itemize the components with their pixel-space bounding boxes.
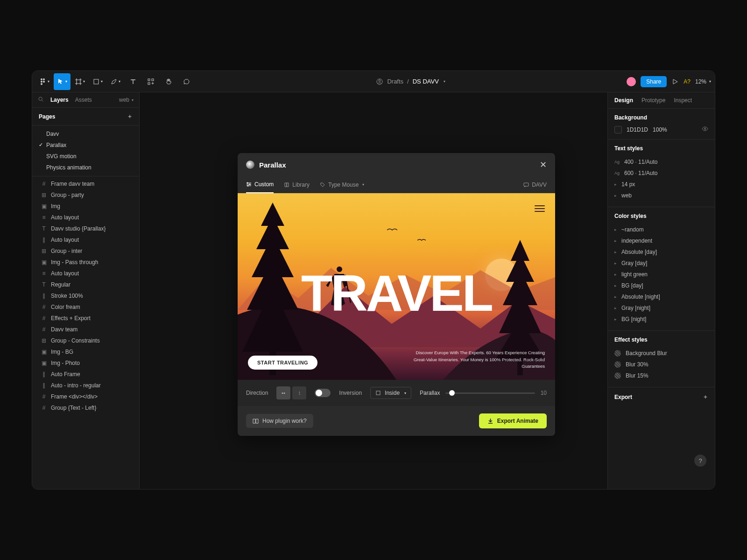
layer-item[interactable]: ≡Auto layout (32, 268, 139, 279)
tab-assets[interactable]: Assets (75, 97, 92, 103)
layer-item[interactable]: ⊞Group - party (32, 189, 139, 201)
present-button[interactable] (671, 73, 679, 90)
layer-item[interactable]: ∥Auto Frame (32, 369, 139, 380)
comment-tool-button[interactable] (178, 73, 195, 90)
tab-design[interactable]: Design (614, 97, 633, 104)
parallax-slider[interactable] (445, 392, 535, 394)
layer-item[interactable]: ⊞Group - inter (32, 245, 139, 257)
color-style-item[interactable]: ▸Absolute [night] (614, 291, 708, 302)
figma-logo-icon (39, 78, 47, 85)
chevron-down-icon: ▾ (709, 79, 711, 84)
layer-type-icon: ∥ (41, 293, 47, 299)
layer-item[interactable]: #Frame <div></div> (32, 391, 139, 402)
close-button[interactable]: ✕ (540, 160, 547, 170)
chevron-right-icon: ▸ (614, 182, 617, 187)
color-style-item[interactable]: ▸~random (614, 224, 708, 235)
search-icon[interactable] (38, 96, 44, 104)
page-item[interactable]: SVG motion (32, 151, 139, 162)
layer-item[interactable]: TDavv studio {Parallax} (32, 223, 139, 234)
sliders-icon (246, 182, 252, 187)
tab-custom[interactable]: Custom (246, 176, 274, 193)
hand-tool-button[interactable] (160, 73, 177, 90)
add-export-button[interactable]: ＋ (703, 393, 708, 401)
direction-vertical-button[interactable]: ↕ (292, 386, 306, 399)
page-selector[interactable]: web▾ (119, 97, 134, 103)
text-style-item[interactable]: ▸web (614, 190, 708, 201)
layer-item[interactable]: ≡Auto layout (32, 212, 139, 223)
tab-inspect[interactable]: Inspect (674, 97, 692, 104)
hamburger-menu-button[interactable] (535, 205, 545, 212)
tab-type[interactable]: Type Mouse ▾ (320, 177, 364, 193)
color-swatch[interactable] (614, 126, 622, 133)
layer-type-icon: ▣ (41, 360, 47, 366)
tab-library[interactable]: Library (284, 177, 310, 193)
effect-style-item[interactable]: Background Blur (614, 348, 708, 359)
text-style-item[interactable]: Ag600 · 11/Auto (614, 168, 708, 179)
layer-item[interactable]: ▣Img - Photo (32, 357, 139, 369)
clip-select[interactable]: Inside ▾ (370, 387, 411, 399)
text-style-item[interactable]: ▸14 px (614, 179, 708, 190)
text-tool-button[interactable] (125, 73, 141, 90)
visibility-toggle[interactable] (702, 126, 708, 133)
layer-item[interactable]: ∥Stroke 100% (32, 290, 139, 301)
page-item[interactable]: Physics animation (32, 162, 139, 173)
bg-hex-value[interactable]: 1D1D1D (627, 126, 648, 133)
layer-label: Davv studio {Parallax} (51, 225, 106, 232)
layer-item[interactable]: #Group {Text - Left} (32, 402, 139, 413)
layer-item[interactable]: ▣Img (32, 201, 139, 212)
zoom-control[interactable]: 12% ▾ (695, 78, 711, 85)
layer-item[interactable]: ∥Auto layout (32, 234, 139, 245)
layer-item[interactable]: ∥Auto - intro - regular (32, 380, 139, 391)
slider-thumb[interactable] (449, 390, 455, 396)
color-style-item[interactable]: ▸Absolute [day] (614, 246, 708, 258)
figma-menu-button[interactable]: ▾ (36, 73, 53, 90)
svg-rect-5 (94, 79, 99, 84)
layer-item[interactable]: TRegular (32, 279, 139, 290)
effect-style-item[interactable]: Blur 15% (614, 370, 708, 381)
effect-style-item[interactable]: Blur 30% (614, 359, 708, 370)
canvas[interactable]: Parallax ✕ Custom Library Type (140, 92, 607, 489)
breadcrumb[interactable]: Drafts / DS DAVV ▾ (195, 78, 627, 85)
help-fab[interactable]: ? (694, 455, 706, 467)
layer-item[interactable]: #Effects + Export (32, 313, 139, 324)
export-section: Export ＋ (608, 387, 715, 406)
layer-label: Img (51, 203, 60, 210)
cta-button[interactable]: START TRAVELING (248, 356, 317, 370)
frame-tool-button[interactable]: ▾ (71, 73, 88, 90)
missing-fonts-indicator[interactable]: A? (684, 78, 691, 85)
layer-item[interactable]: #Frame davv team (32, 178, 139, 189)
user-avatar[interactable] (627, 77, 636, 86)
layer-item[interactable]: #Color fream (32, 301, 139, 313)
move-tool-button[interactable]: ▾ (54, 73, 70, 90)
inversion-toggle[interactable] (315, 389, 331, 397)
share-button[interactable]: Share (641, 76, 667, 87)
page-item[interactable]: Davv (32, 128, 139, 140)
layer-item[interactable]: #Davv team (32, 324, 139, 335)
color-style-item[interactable]: ▸Gray [day] (614, 258, 708, 269)
export-animate-button[interactable]: Export Animate (479, 413, 547, 428)
color-style-item[interactable]: ▸Gray [night] (614, 302, 708, 314)
resources-button[interactable] (142, 73, 159, 90)
bg-opacity-value[interactable]: 100% (653, 126, 667, 133)
color-style-item[interactable]: ▸BG [day] (614, 280, 708, 291)
layer-label: Auto layout (51, 214, 79, 221)
layer-item[interactable]: ▣Img - Pass through (32, 257, 139, 268)
plugin-title: Parallax (259, 161, 286, 169)
page-item[interactable]: Parallax (32, 140, 139, 151)
layer-item[interactable]: ▣Img - BG (32, 346, 139, 357)
color-style-item[interactable]: ▸BG [night] (614, 314, 708, 325)
direction-horizontal-button[interactable]: ↔ (276, 386, 290, 399)
shape-tool-button[interactable]: ▾ (89, 73, 106, 90)
color-style-item[interactable]: ▸independent (614, 235, 708, 246)
pen-tool-button[interactable]: ▾ (107, 73, 124, 90)
color-style-item[interactable]: ▸light green (614, 269, 708, 280)
layer-item[interactable]: ⊞Group - Constraints (32, 335, 139, 346)
help-button[interactable]: How plugin work? (246, 414, 313, 428)
tab-davv[interactable]: DAVV (523, 177, 547, 193)
layer-type-icon: ▣ (41, 349, 47, 355)
tag-icon (320, 182, 325, 188)
text-style-item[interactable]: Ag400 · 11/Auto (614, 156, 708, 168)
tab-prototype[interactable]: Prototype (641, 97, 665, 104)
add-page-button[interactable]: ＋ (127, 112, 133, 120)
tab-layers[interactable]: Layers (50, 97, 69, 103)
